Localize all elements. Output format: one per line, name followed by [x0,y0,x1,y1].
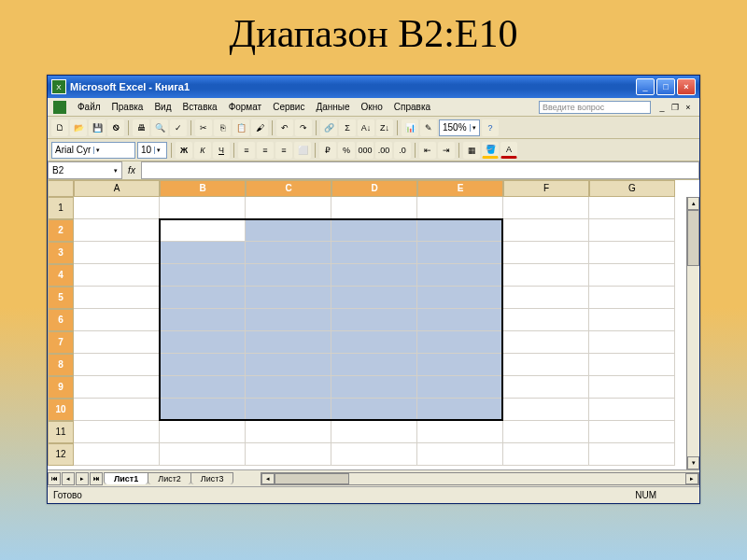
undo-icon[interactable]: ↶ [276,119,293,136]
scroll-right-icon[interactable]: ▸ [685,473,698,484]
percent-icon[interactable]: % [338,142,355,159]
minimize-button[interactable]: _ [636,78,655,95]
cell-C8[interactable] [246,354,331,376]
cell-B6[interactable] [160,309,246,331]
cell-C1[interactable] [246,197,331,219]
cell-A5[interactable] [74,287,160,309]
help-icon[interactable]: ? [482,119,499,136]
cell-C5[interactable] [246,287,331,309]
paste-icon[interactable]: 📋 [233,119,249,136]
name-box[interactable]: B2 ▾ [48,161,122,179]
cell-B5[interactable] [160,287,246,309]
cell-F4[interactable] [503,264,589,287]
bold-icon[interactable]: Ж [176,142,192,159]
column-header-G[interactable]: G [589,180,675,197]
cell-A6[interactable] [74,309,160,331]
cell-F10[interactable] [503,399,589,421]
menu-window[interactable]: Окно [356,100,388,114]
menu-file[interactable]: Файл [72,100,106,114]
cell-B3[interactable] [160,242,246,264]
row-header-2[interactable]: 2 [48,219,74,242]
scroll-left-icon[interactable]: ◂ [261,473,275,484]
maximize-button[interactable]: □ [656,78,675,95]
row-header-7[interactable]: 7 [48,331,74,354]
cell-C12[interactable] [246,443,331,466]
column-header-E[interactable]: E [417,180,503,197]
doc-close-button[interactable]: × [683,102,694,113]
column-header-C[interactable]: C [246,180,331,197]
cell-D8[interactable] [331,354,417,376]
format-painter-icon[interactable]: 🖌 [251,119,268,136]
cell-C11[interactable] [246,421,331,443]
column-header-A[interactable]: A [74,180,160,197]
column-header-F[interactable]: F [503,180,589,197]
cell-G7[interactable] [589,331,675,354]
cut-icon[interactable]: ✂ [195,119,212,136]
cell-C10[interactable] [246,399,331,421]
scroll-up-icon[interactable]: ▴ [687,197,699,210]
cell-D1[interactable] [331,197,417,219]
cell-B9[interactable] [160,376,246,399]
font-color-icon[interactable]: A [500,142,517,159]
cell-G5[interactable] [589,287,675,309]
cell-E1[interactable] [417,197,503,219]
increase-indent-icon[interactable]: ⇥ [438,142,455,159]
cell-G12[interactable] [589,443,675,466]
cell-F5[interactable] [503,287,589,309]
cell-D6[interactable] [331,309,417,331]
row-header-1[interactable]: 1 [48,197,74,219]
cell-B1[interactable] [160,197,246,219]
cell-G8[interactable] [589,354,675,376]
cell-A11[interactable] [74,421,160,443]
column-header-B[interactable]: B [160,180,246,197]
merge-icon[interactable]: ⬜ [294,142,311,159]
cell-B7[interactable] [160,331,246,354]
cell-E7[interactable] [417,331,503,354]
doc-restore-button[interactable]: ❐ [669,102,681,113]
sort-asc-icon[interactable]: A↓ [358,119,374,136]
tab-first-icon[interactable]: ⏮ [48,472,61,485]
decrease-decimal-icon[interactable]: .0 [394,142,411,159]
cell-B12[interactable] [160,443,246,466]
vscroll-thumb[interactable] [687,210,699,266]
cell-B2[interactable] [160,219,246,242]
vertical-scrollbar[interactable]: ▴ ▾ [686,197,699,469]
close-button[interactable]: × [677,78,696,95]
cell-G9[interactable] [589,376,675,399]
cell-F1[interactable] [503,197,589,219]
cell-F12[interactable] [503,443,589,466]
sheet-tab-3[interactable]: Лист3 [190,472,234,484]
row-header-6[interactable]: 6 [48,309,74,331]
autosum-icon[interactable]: Σ [339,119,356,136]
cell-D4[interactable] [331,264,417,287]
sheet-tab-2[interactable]: Лист2 [148,472,191,484]
cell-E9[interactable] [417,376,503,399]
cell-F7[interactable] [503,331,589,354]
menu-edit[interactable]: Правка [106,100,149,114]
row-header-4[interactable]: 4 [48,264,74,287]
font-size-combo[interactable]: 10 ▾ [137,142,167,159]
row-header-5[interactable]: 5 [48,287,74,309]
cell-D5[interactable] [331,287,417,309]
row-header-10[interactable]: 10 [48,399,74,421]
scroll-down-icon[interactable]: ▾ [687,456,699,469]
hscroll-thumb[interactable] [275,473,349,484]
cell-C6[interactable] [246,309,331,331]
cell-E8[interactable] [417,354,503,376]
cell-G11[interactable] [589,421,675,443]
formula-bar[interactable] [141,161,699,179]
cell-E2[interactable] [417,219,503,242]
cell-B8[interactable] [160,354,246,376]
increase-decimal-icon[interactable]: .00 [375,142,392,159]
cell-F11[interactable] [503,421,589,443]
chevron-down-icon[interactable]: ▾ [470,124,476,132]
titlebar[interactable]: X Microsoft Excel - Книга1 _ □ × [48,76,699,98]
cell-A4[interactable] [74,264,160,287]
cell-G1[interactable] [589,197,675,219]
cell-A2[interactable] [74,219,160,242]
comma-icon[interactable]: 000 [357,142,374,159]
row-header-11[interactable]: 11 [48,421,74,443]
row-header-9[interactable]: 9 [48,376,74,399]
fx-icon[interactable]: fx [122,161,141,179]
save-icon[interactable]: 💾 [89,119,106,136]
